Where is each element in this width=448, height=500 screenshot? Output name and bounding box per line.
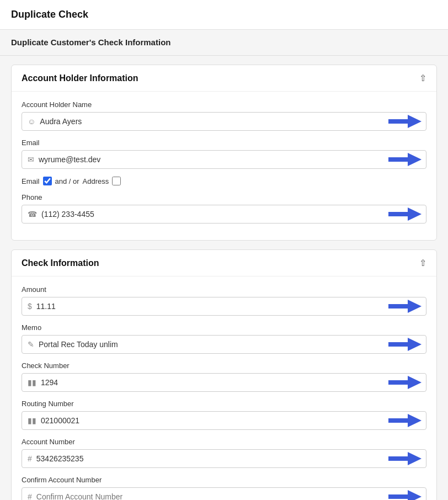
amount-input[interactable] xyxy=(36,302,420,311)
account-number-arrow-indicator xyxy=(388,451,422,466)
check-info-section: Check Information ⇧ Amount $ xyxy=(11,249,437,500)
check-info-chevron-icon[interactable]: ⇧ xyxy=(419,258,426,268)
routing-number-field-group: Routing Number ▮▮ xyxy=(22,400,426,430)
memo-arrow-indicator xyxy=(388,337,422,352)
name-input[interactable] xyxy=(40,117,420,126)
subtitle-bar: Duplicate Customer's Check Information xyxy=(0,30,448,56)
check-info-body: Amount $ Memo ✎ xyxy=(12,276,436,500)
email-arrow-indicator xyxy=(388,152,422,167)
check-info-header: Check Information ⇧ xyxy=(12,250,436,276)
svg-marker-1 xyxy=(388,153,422,166)
svg-marker-6 xyxy=(388,414,422,427)
memo-field-group: Memo ✎ xyxy=(22,323,426,354)
name-field-group: Account Holder Name ☺ xyxy=(22,100,426,131)
svg-marker-7 xyxy=(388,452,422,465)
svg-marker-5 xyxy=(388,376,422,389)
email-checkbox-label: Email xyxy=(22,177,40,185)
account-number-input-wrapper: # xyxy=(22,449,426,468)
svg-marker-0 xyxy=(388,115,422,128)
routing-number-input-wrapper: ▮▮ xyxy=(22,411,426,430)
page-subtitle: Duplicate Customer's Check Information xyxy=(11,38,170,47)
amount-arrow-indicator xyxy=(388,299,422,314)
email-address-row: Email and / or Address xyxy=(22,177,426,185)
email-icon: ✉ xyxy=(28,155,34,164)
address-checkbox[interactable] xyxy=(112,177,121,185)
phone-arrow-indicator xyxy=(388,206,422,222)
email-checkbox[interactable] xyxy=(43,177,52,185)
name-arrow-indicator xyxy=(388,114,422,129)
memo-icon: ✎ xyxy=(28,340,34,349)
phone-input-wrapper: ☎ xyxy=(22,205,426,224)
account-number-input[interactable] xyxy=(36,454,420,463)
email-label: Email xyxy=(22,139,426,147)
confirm-account-input[interactable] xyxy=(36,492,420,500)
confirm-account-input-wrapper: # xyxy=(22,487,426,500)
check-number-field-group: Check Number ▮▮ xyxy=(22,361,426,392)
page-header: Duplicate Check xyxy=(0,0,448,30)
page-title: Duplicate Check xyxy=(11,9,88,20)
check-number-arrow-indicator xyxy=(388,375,422,390)
person-icon: ☺ xyxy=(28,117,35,126)
phone-label: Phone xyxy=(22,193,426,201)
svg-marker-4 xyxy=(388,338,422,351)
dollar-icon: $ xyxy=(28,302,32,311)
phone-field-group: Phone ☎ xyxy=(22,193,426,224)
account-holder-title: Account Holder Information xyxy=(22,73,138,83)
account-holder-header: Account Holder Information ⇧ xyxy=(12,65,436,92)
account-number-icon: # xyxy=(28,454,32,463)
amount-label: Amount xyxy=(22,285,426,294)
memo-input[interactable] xyxy=(39,340,420,349)
account-holder-chevron-icon[interactable]: ⇧ xyxy=(419,73,426,83)
amount-field-group: Amount $ xyxy=(22,285,426,316)
name-label: Account Holder Name xyxy=(22,100,426,109)
routing-number-arrow-indicator xyxy=(388,413,422,428)
account-number-field-group: Account Number # xyxy=(22,438,426,468)
main-content: Account Holder Information ⇧ Account Hol… xyxy=(0,56,448,500)
amount-input-wrapper: $ xyxy=(22,297,426,316)
confirm-account-arrow-indicator xyxy=(388,489,422,500)
memo-input-wrapper: ✎ xyxy=(22,335,426,354)
routing-number-input[interactable] xyxy=(41,416,420,425)
routing-number-label: Routing Number xyxy=(22,400,426,408)
email-input-wrapper: ✉ xyxy=(22,150,426,169)
check-info-title: Check Information xyxy=(22,258,99,268)
svg-marker-3 xyxy=(388,300,422,313)
phone-icon: ☎ xyxy=(28,210,37,219)
svg-marker-8 xyxy=(388,490,422,500)
confirm-account-field-group: Confirm Account Number # xyxy=(22,476,426,500)
name-input-wrapper: ☺ xyxy=(22,112,426,131)
check-number-input[interactable] xyxy=(41,378,420,387)
svg-marker-2 xyxy=(388,208,422,221)
email-field-group: Email ✉ xyxy=(22,139,426,169)
confirm-account-icon: # xyxy=(28,492,32,500)
and-or-label: and / or xyxy=(55,177,79,185)
account-holder-section: Account Holder Information ⇧ Account Hol… xyxy=(11,65,437,241)
email-input[interactable] xyxy=(39,155,420,164)
routing-icon: ▮▮ xyxy=(28,416,36,425)
account-holder-body: Account Holder Name ☺ Email ✉ xyxy=(12,92,436,240)
check-number-input-wrapper: ▮▮ xyxy=(22,373,426,392)
account-number-label: Account Number xyxy=(22,438,426,446)
phone-input[interactable] xyxy=(41,210,420,219)
check-number-label: Check Number xyxy=(22,361,426,370)
memo-label: Memo xyxy=(22,323,426,332)
check-number-icon: ▮▮ xyxy=(28,378,36,387)
address-label: Address xyxy=(83,177,109,185)
confirm-account-label: Confirm Account Number xyxy=(22,476,426,484)
